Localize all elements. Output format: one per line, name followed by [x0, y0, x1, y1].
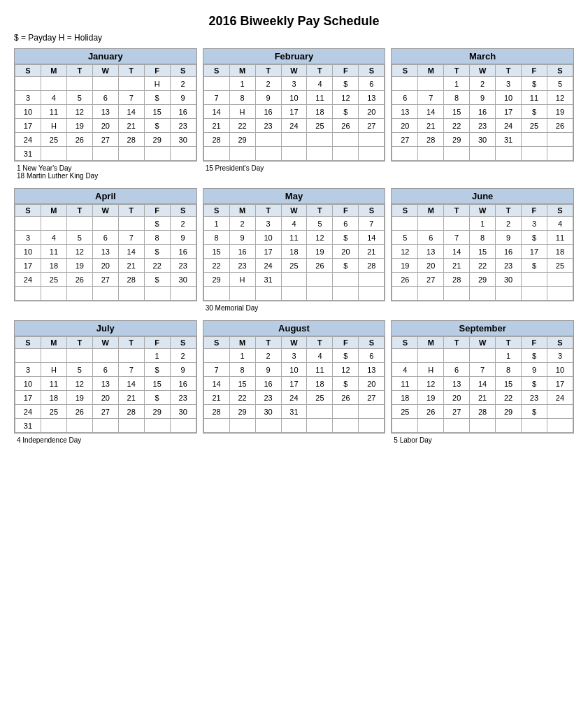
calendar-cell: 7	[470, 363, 496, 377]
calendar-cell	[496, 147, 522, 161]
day-header: T	[118, 337, 144, 349]
month-notes-may: 30 Memorial Day	[203, 303, 386, 313]
calendar-cell: $	[522, 105, 547, 119]
calendar-cell: $	[333, 105, 359, 119]
calendar-cell: 24	[496, 119, 522, 133]
calendar-cell	[144, 419, 170, 433]
calendar-cell: 11	[307, 363, 333, 377]
day-header: T	[66, 65, 92, 77]
month-notes-august	[203, 435, 386, 445]
calendar-cell: 6	[392, 91, 418, 105]
calendar-cell: $	[144, 363, 170, 377]
calendar-row: 21222324252627	[203, 119, 385, 133]
calendar-cell: 25	[522, 119, 547, 133]
calendar-cell	[229, 419, 255, 433]
calendar-cell: 3	[281, 349, 307, 363]
day-header: M	[229, 205, 255, 217]
calendar-cell: 16	[255, 377, 281, 391]
calendar-cell: 1	[144, 349, 170, 363]
calendar-cell: 2	[255, 349, 281, 363]
calendar-cell: 5	[66, 91, 92, 105]
calendar-row	[203, 419, 385, 433]
calendar-cell: 10	[281, 363, 307, 377]
calendar-cell: 16	[229, 245, 255, 259]
calendar-cell: 18	[281, 245, 307, 259]
day-header: M	[229, 337, 255, 349]
calendar-cell: 10	[15, 377, 41, 391]
calendar-cell: 6	[92, 91, 118, 105]
calendar-cell: 6	[359, 77, 385, 91]
calendar-cell: 17	[281, 105, 307, 119]
calendar-row: 31	[15, 419, 196, 433]
month-title-september: September	[392, 321, 573, 336]
calendar-cell: $	[144, 391, 170, 405]
calendar-cell: 8	[229, 91, 255, 105]
day-header: M	[41, 65, 66, 77]
calendar-cell: 29	[144, 405, 170, 419]
calendar-row: 3H567$9	[15, 363, 196, 377]
calendar-cell: 29	[444, 133, 470, 147]
calendar-cell: 2	[229, 217, 255, 231]
calendar-cell	[418, 287, 444, 301]
calendar-cell	[333, 405, 359, 419]
calendar-cell: 17	[281, 377, 307, 391]
cal-table-march: SMTWTFS123$567891011121314151617$1920212…	[392, 64, 573, 161]
calendar-cell	[92, 217, 118, 231]
cal-table-february: SMTWTFS1234$67891011121314H161718$202122…	[203, 64, 385, 161]
calendar-cell	[547, 405, 573, 419]
calendar-row: 12	[15, 349, 196, 363]
calendar-cell	[307, 147, 333, 161]
calendar-cell: 14	[118, 377, 144, 391]
calendar-cell	[118, 419, 144, 433]
day-header: T	[444, 205, 470, 217]
calendar-cell: 15	[229, 377, 255, 391]
calendar-cell	[392, 287, 418, 301]
calendar-cell	[66, 77, 92, 91]
day-header: S	[203, 337, 229, 349]
month-block-january: JanuarySMTWTFSH234567$91011121314151617H…	[14, 48, 197, 162]
day-header: W	[281, 337, 307, 349]
calendar-cell	[333, 147, 359, 161]
calendar-cell: 24	[255, 259, 281, 273]
calendar-cell: 25	[281, 259, 307, 273]
calendar-cell: 1	[496, 349, 522, 363]
calendar-cell	[333, 133, 359, 147]
day-header: S	[15, 65, 41, 77]
month-notes-june	[391, 303, 574, 313]
calendar-cell: 27	[444, 405, 470, 419]
calendar-cell	[444, 217, 470, 231]
day-header: T	[444, 337, 470, 349]
calendar-cell: 14	[203, 377, 229, 391]
day-header: T	[118, 65, 144, 77]
calendar-cell: 2	[170, 77, 196, 91]
day-header: S	[547, 205, 573, 217]
calendar-cell: 28	[203, 405, 229, 419]
day-header: F	[144, 205, 170, 217]
calendar-cell: 21	[118, 119, 144, 133]
calendar-cell: 16	[496, 245, 522, 259]
calendar-cell	[359, 419, 385, 433]
calendar-cell	[281, 147, 307, 161]
calendar-cell	[470, 419, 496, 433]
calendar-row: 3456789	[15, 231, 196, 245]
calendar-cell: 11	[522, 91, 547, 105]
calendar-cell: 21	[418, 119, 444, 133]
calendar-cell: 12	[66, 245, 92, 259]
calendar-cell: 18	[41, 259, 66, 273]
calendar-cell: 26	[66, 133, 92, 147]
calendar-cell: 28	[203, 133, 229, 147]
day-header: T	[118, 205, 144, 217]
cal-table-july: SMTWTFS123H567$9101112131415161718192021…	[15, 336, 196, 433]
calendar-cell: 18	[307, 105, 333, 119]
calendar-cell	[359, 287, 385, 301]
calendar-cell	[255, 419, 281, 433]
calendar-cell	[444, 349, 470, 363]
calendar-cell: 25	[307, 119, 333, 133]
calendar-row: 2526272829$	[392, 405, 573, 419]
calendar-cell: $	[522, 405, 547, 419]
calendar-row: 1314151617$19	[392, 105, 573, 119]
day-header: T	[496, 65, 522, 77]
calendar-cell: 8	[496, 363, 522, 377]
calendar-row: 89101112$14	[203, 231, 385, 245]
calendar-cell	[470, 287, 496, 301]
